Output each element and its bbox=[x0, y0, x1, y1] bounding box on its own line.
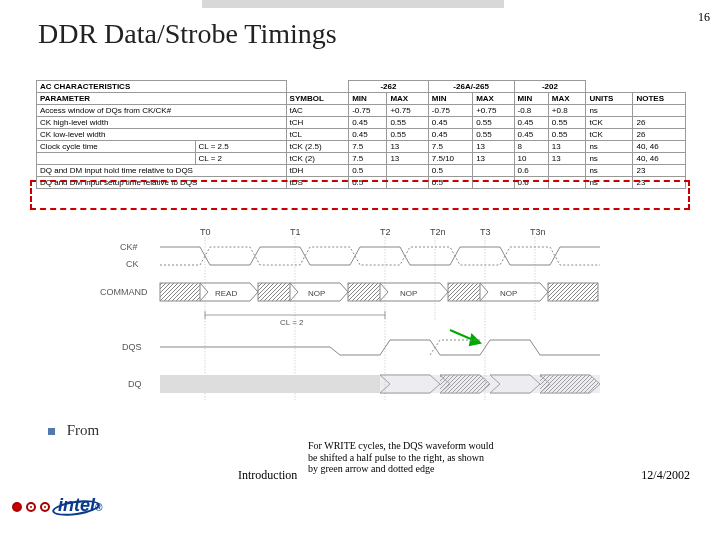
h-max2: MAX bbox=[473, 93, 514, 105]
bullet-obscured: ......... ........ bbox=[103, 422, 171, 438]
bullet-icon bbox=[48, 428, 55, 435]
write-cycle-note: For WRITE cycles, the DQS waveform would… bbox=[308, 440, 578, 475]
svg-text:T2: T2 bbox=[380, 227, 391, 237]
h-notes: NOTES bbox=[633, 93, 686, 105]
svg-text:NOP: NOP bbox=[500, 289, 517, 298]
h-min1: MIN bbox=[349, 93, 387, 105]
h-min3: MIN bbox=[514, 93, 548, 105]
h-min2: MIN bbox=[428, 93, 472, 105]
bullet-from: From ......... ........ bbox=[48, 422, 171, 439]
t0-label: T0 bbox=[200, 227, 211, 237]
svg-rect-14 bbox=[160, 283, 200, 301]
intel-logo: intel® bbox=[58, 495, 102, 516]
svg-rect-31 bbox=[160, 375, 380, 393]
svg-rect-15 bbox=[258, 283, 290, 301]
page-number: 16 bbox=[698, 10, 710, 25]
table-row: DQ and DM input setup time relative to D… bbox=[37, 177, 686, 189]
svg-text:T3n: T3n bbox=[530, 227, 546, 237]
h-units: UNITS bbox=[586, 93, 633, 105]
svg-rect-17 bbox=[448, 283, 480, 301]
header-param: PARAMETER bbox=[37, 93, 287, 105]
svg-text:DQS: DQS bbox=[122, 342, 142, 352]
footer-dots-icon bbox=[12, 502, 50, 512]
table-row: CK low-level width tCL 0.450.55 0.450.55… bbox=[37, 129, 686, 141]
footer-date: 12/4/2002 bbox=[641, 468, 690, 483]
h-max1: MAX bbox=[387, 93, 428, 105]
grade-26a: -26A/-265 bbox=[428, 81, 514, 93]
svg-text:CK: CK bbox=[126, 259, 139, 269]
top-accent-bar bbox=[0, 0, 720, 8]
svg-rect-18 bbox=[548, 283, 598, 301]
grade-202: -202 bbox=[514, 81, 586, 93]
svg-text:COMMAND: COMMAND bbox=[100, 287, 148, 297]
svg-text:DQ: DQ bbox=[128, 379, 142, 389]
table-row: CL = 2 tCK (2) 7.513 7.5/1013 1013 ns40,… bbox=[37, 153, 686, 165]
svg-text:CL = 2: CL = 2 bbox=[280, 318, 304, 327]
header-ac: AC CHARACTERISTICS bbox=[37, 81, 287, 93]
grade-262: -262 bbox=[349, 81, 429, 93]
slide-title: DDR Data/Strobe Timings bbox=[38, 18, 337, 50]
table-row: Clock cycle time CL = 2.5 tCK (2.5) 7.51… bbox=[37, 141, 686, 153]
svg-text:T3: T3 bbox=[480, 227, 491, 237]
svg-text:NOP: NOP bbox=[400, 289, 417, 298]
table-row: Access window of DQs from CK/CK# tAC -0.… bbox=[37, 105, 686, 117]
svg-rect-32 bbox=[380, 375, 600, 393]
svg-rect-16 bbox=[348, 283, 380, 301]
svg-text:T2n: T2n bbox=[430, 227, 446, 237]
table-row: CK high-level width tCH 0.450.55 0.450.5… bbox=[37, 117, 686, 129]
svg-text:READ: READ bbox=[215, 289, 237, 298]
svg-text:CK#: CK# bbox=[120, 242, 138, 252]
svg-text:T1: T1 bbox=[290, 227, 301, 237]
timing-diagram: T0 T1 T2 T2n T3 T3n CK# CK COMMAND READ … bbox=[100, 225, 620, 407]
header-symbol: SYMBOL bbox=[286, 93, 349, 105]
svg-text:NOP: NOP bbox=[308, 289, 325, 298]
bullet-text: From bbox=[67, 422, 103, 438]
table-row: DQ and DM input hold time relative to DQ… bbox=[37, 165, 686, 177]
h-max3: MAX bbox=[548, 93, 586, 105]
ac-characteristics-table: AC CHARACTERISTICS -262 -26A/-265 -202 P… bbox=[36, 80, 686, 189]
footer-introduction: Introduction bbox=[238, 468, 297, 483]
